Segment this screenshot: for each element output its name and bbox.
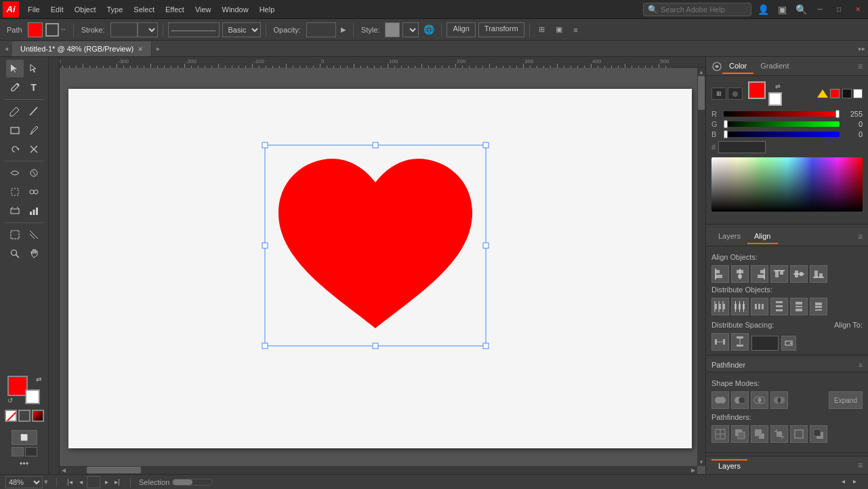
menu-view[interactable]: View (190, 4, 216, 15)
color-panel-menu[interactable]: ≡ (858, 62, 863, 71)
stroke-input[interactable] (110, 22, 138, 37)
outline-btn[interactable] (790, 425, 808, 443)
spacing-input[interactable]: 4 pt (751, 336, 779, 351)
align-right-btn[interactable] (751, 265, 768, 283)
menu-file[interactable]: File (23, 4, 45, 15)
intersect-btn[interactable] (751, 391, 768, 409)
user-icon[interactable]: 👤 (756, 2, 770, 17)
dist-left-btn[interactable] (711, 298, 729, 315)
slice-tool[interactable] (25, 226, 43, 243)
transform-btn[interactable]: Transform (478, 22, 524, 37)
layers-menu[interactable]: ≡ (858, 461, 863, 470)
zoom-select[interactable]: 48% (5, 476, 43, 488)
minus-front-btn[interactable] (731, 391, 749, 409)
tab-gradient[interactable]: Gradient (753, 59, 795, 74)
color-spectrum[interactable] (711, 157, 863, 212)
r-thumb[interactable] (835, 110, 840, 118)
perspective-tool[interactable] (6, 202, 24, 220)
pen-tool[interactable] (6, 79, 24, 96)
align-center-v-btn[interactable] (790, 265, 808, 283)
style-select[interactable]: Basic (222, 22, 261, 37)
hex-input[interactable]: ff0000 (718, 141, 766, 153)
expand-btn[interactable]: Expand (829, 391, 863, 409)
more-tools-btn[interactable]: ••• (20, 458, 29, 469)
menu-select[interactable]: Select (129, 4, 159, 15)
screen-mode-btn1[interactable] (12, 447, 24, 456)
tab-align[interactable]: Align (747, 229, 777, 244)
screen-mode-btn2[interactable] (25, 447, 37, 456)
rgb-circle-icon[interactable]: ◎ (728, 87, 743, 100)
document-tab[interactable]: Untitled-1* @ 48% (RGB/Preview) ✕ (12, 41, 152, 56)
panel-icon[interactable]: ▣ (774, 2, 789, 17)
fill-none-swatch[interactable] (5, 410, 17, 422)
direct-selection-tool[interactable] (25, 60, 43, 77)
zoom-tool[interactable] (6, 245, 24, 262)
scroll-thumb-h[interactable] (87, 467, 141, 473)
progress-bar[interactable] (172, 479, 213, 486)
dist-center-h-btn[interactable] (731, 298, 749, 315)
page-input[interactable]: 1 (87, 476, 100, 488)
divide-btn[interactable] (711, 425, 729, 443)
tab-scroll-left[interactable]: ◂ (0, 41, 12, 56)
white-swatch[interactable] (853, 89, 863, 98)
menu-type[interactable]: Type (102, 4, 128, 15)
bg-color-swatch[interactable] (768, 92, 782, 106)
search-icon-top[interactable]: 🔍 (793, 2, 808, 17)
align-bottom-btn[interactable] (810, 265, 827, 283)
search-box[interactable]: 🔍 (643, 3, 751, 16)
tab-color[interactable]: Color (722, 59, 753, 74)
scroll-right-btn[interactable]: ▶ (689, 466, 697, 474)
next-btn[interactable]: ▸ (102, 477, 110, 487)
type-tool[interactable]: T (25, 79, 43, 96)
gradient-swatch[interactable] (32, 410, 44, 422)
scroll-down-btn[interactable]: ▼ (697, 458, 705, 466)
minimize-btn[interactable]: ─ (812, 2, 827, 17)
dist-v-space-btn[interactable] (731, 333, 749, 351)
dist-h-space-btn[interactable] (711, 333, 729, 351)
horizontal-scrollbar[interactable]: ◀ ▶ (60, 466, 697, 474)
zoom-dropdown[interactable]: ▾ (44, 477, 48, 486)
search-input[interactable] (661, 5, 749, 14)
tab-transform[interactable]: Layers (711, 229, 747, 244)
align-panel-menu[interactable]: ≡ (858, 232, 863, 241)
last-page-btn[interactable]: ▸| (112, 477, 122, 487)
dist-bottom-btn[interactable] (810, 298, 827, 315)
vertical-scrollbar[interactable]: ▲ ▼ (697, 68, 705, 466)
heart-svg[interactable] (265, 145, 486, 346)
close-btn[interactable]: ✕ (850, 2, 865, 17)
scroll-thumb-v[interactable] (698, 76, 705, 110)
background-swatch[interactable] (25, 389, 40, 404)
bg-fill-swatch[interactable] (18, 410, 30, 422)
merge-btn[interactable] (751, 425, 768, 443)
arrange-icon[interactable]: ⊞ (535, 22, 550, 37)
align-top-btn[interactable] (770, 265, 788, 283)
pathfinder-header[interactable]: Pathfinder ≡ (706, 358, 868, 372)
tab-close[interactable]: ✕ (138, 45, 143, 53)
stroke-color[interactable] (45, 23, 59, 37)
panel2-icon[interactable]: ▣ (552, 22, 566, 37)
menu-window[interactable]: Window (218, 4, 253, 15)
mirror-tool[interactable] (25, 140, 43, 158)
align-center-h-btn[interactable] (731, 265, 749, 283)
black-swatch[interactable] (842, 89, 852, 98)
line-tool[interactable] (25, 102, 43, 120)
artboard-tool[interactable] (6, 226, 24, 243)
nav-prev-icon[interactable]: ◂ (842, 477, 851, 487)
width-tool[interactable] (6, 164, 24, 182)
trim-btn[interactable] (731, 425, 749, 443)
shapebuilder-tool[interactable] (25, 183, 43, 201)
canvas-area[interactable]: ▲ ▼ ◀ ▶ (49, 57, 705, 474)
rgb-grid-icon[interactable]: ⊞ (711, 87, 726, 100)
opacity-input[interactable]: 100% (306, 22, 336, 37)
eyedropper-tool[interactable] (25, 121, 43, 139)
menu-help[interactable]: Help (255, 4, 280, 15)
g-slider[interactable] (724, 121, 840, 127)
globe-icon[interactable]: 🌐 (421, 22, 436, 37)
swap-colors-icon[interactable]: ⇄ (775, 83, 781, 90)
align-to-dropdown[interactable] (781, 336, 796, 351)
exclude-btn[interactable] (770, 391, 788, 409)
menu-object[interactable]: Object (70, 4, 101, 15)
align-btn[interactable]: Align (447, 22, 475, 37)
prev-page-btn[interactable]: |◂ (65, 477, 75, 487)
fg-color-swatch[interactable] (748, 81, 766, 99)
